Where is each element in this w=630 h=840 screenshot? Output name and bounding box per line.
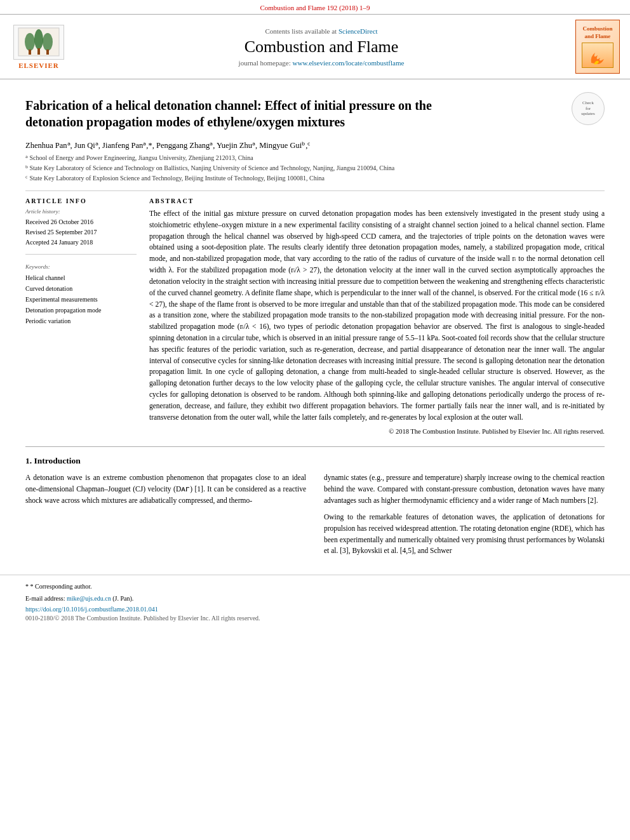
sciencedirect-line: Contents lists available at ScienceDirec… [77,27,565,35]
footnote-corresponding: * * Corresponding author. [25,582,605,591]
article-content: Fabrication of a helical detonation chan… [0,79,630,435]
section-title: Introduction [34,456,81,465]
contents-text: Contents lists available at [265,27,337,35]
article-info-col: ARTICLE INFO Article history: Received 2… [25,197,137,435]
authors-line: Zhenhua Panᵃ, Jun Qiᵃ, Jianfeng Panᵃ,*, … [25,140,605,150]
intro-heading: 1. Introduction [25,456,605,466]
journal-header: ELSEVIER Contents lists available at Sci… [0,14,630,79]
intro-right-col: dynamic states (e.g., pressure and tempe… [324,472,605,562]
copyright: © 2018 The Combustion Institute. Publish… [149,428,605,435]
separator [25,190,605,191]
issn-text: 0010-2180/© 2018 The Combustion Institut… [25,615,605,622]
svg-point-1 [25,33,35,51]
elsevier-logo-image [13,25,64,60]
journal-cover-thumbnail: Combustionand Flame [575,20,620,74]
affiliation-a: ᵃ School of Energy and Power Engineering… [25,153,605,163]
section-divider [25,446,605,447]
abstract-label: ABSTRACT [149,197,605,204]
keywords-section: Keywords: Helical channel Curved detonat… [25,263,137,326]
intro-right-text: dynamic states (e.g., pressure and tempe… [324,472,605,557]
page-footer: * * Corresponding author. E-mail address… [0,575,630,628]
email-label: E-mail address: [25,595,65,602]
check-updates-text: Checkforupdates [581,100,594,116]
keywords-label: Keywords: [25,263,137,270]
journal-title: Combustion and Flame [77,37,565,57]
abstract-col: ABSTRACT The effect of the initial gas m… [149,197,605,435]
affiliation-b: ᵇ State Key Laboratory of Science and Te… [25,163,605,173]
footnote-email: E-mail address: mike@ujs.edu.cn (J. Pan)… [25,594,605,603]
elsevier-label: ELSEVIER [18,62,59,69]
affiliation-c: ᶜ State Key Laboratory of Explosion Scie… [25,173,605,183]
abstract-body: The effect of the initial gas mixture pr… [149,208,605,423]
keyword-1: Helical channel [25,272,137,283]
doi-link: https://doi.org/10.1016/j.combustflame.2… [25,606,605,613]
keyword-2: Curved detonation [25,283,137,294]
intro-para-3: Owing to the remarkable features of deto… [324,512,605,557]
keyword-5: Periodic variation [25,316,137,326]
homepage-url[interactable]: www.elsevier.com/locate/combustflame [293,59,405,67]
article-info-label: ARTICLE INFO [25,197,137,204]
keyword-4: Detonation propagation mode [25,305,137,316]
title-row: Fabrication of a helical detonation chan… [25,86,605,137]
section-number: 1. [25,456,32,465]
header-center: Contents lists available at ScienceDirec… [77,27,565,67]
svg-rect-5 [37,48,40,55]
history-received: Received 26 October 2016 Revised 25 Sept… [25,217,137,248]
intro-left-col: A detonation wave is an extreme combusti… [25,472,306,562]
journal-homepage-line: journal homepage: www.elsevier.com/locat… [77,59,565,67]
email-address-link[interactable]: mike@ujs.edu.cn [67,595,111,602]
article-title: Fabrication of a helical detonation chan… [25,97,460,130]
doi-url[interactable]: https://doi.org/10.1016/j.combustflame.2… [25,606,158,613]
authors-text: Zhenhua Panᵃ, Jun Qiᵃ, Jianfeng Panᵃ,*, … [25,141,311,150]
elsevier-logo-area: ELSEVIER [10,25,67,69]
svg-rect-6 [46,50,49,55]
footnote-star: * [25,583,30,590]
check-updates-badge: Checkforupdates [572,92,605,125]
history-label: Article history: [25,208,137,215]
affiliations: ᵃ School of Energy and Power Engineering… [25,153,605,183]
intro-para-2: dynamic states (e.g., pressure and tempe… [324,472,605,506]
journal-ref-link[interactable]: Combustion and Flame 192 (2018) 1–9 [260,4,370,11]
info-separator [25,254,137,255]
svg-rect-4 [29,50,31,55]
journal-ref-bar: Combustion and Flame 192 (2018) 1–9 [0,0,630,14]
email-suffix: (J. Pan). [112,595,133,602]
svg-point-2 [34,29,43,50]
article-info-abstract: ARTICLE INFO Article history: Received 2… [25,197,605,435]
accepted-text: Accepted 24 January 2018 [25,237,137,248]
received-text: Received 26 October 2016 [25,217,137,227]
footnote-label: * Corresponding author. [30,583,92,590]
homepage-prefix: journal homepage: [239,59,291,67]
sciencedirect-link[interactable]: ScienceDirect [338,27,378,35]
intro-columns: A detonation wave is an extreme combusti… [25,472,605,562]
keyword-3: Experimental measurements [25,294,137,305]
introduction-section: 1. Introduction A detonation wave is an … [0,456,630,562]
intro-left-text: A detonation wave is an extreme combusti… [25,472,306,506]
svg-point-3 [43,33,53,51]
page: Combustion and Flame 192 (2018) 1–9 ELSE… [0,0,630,628]
intro-para-1: A detonation wave is an extreme combusti… [25,472,306,506]
cover-journal-name: Combustionand Flame [582,25,612,40]
revised-text: Revised 25 September 2017 [25,227,137,237]
